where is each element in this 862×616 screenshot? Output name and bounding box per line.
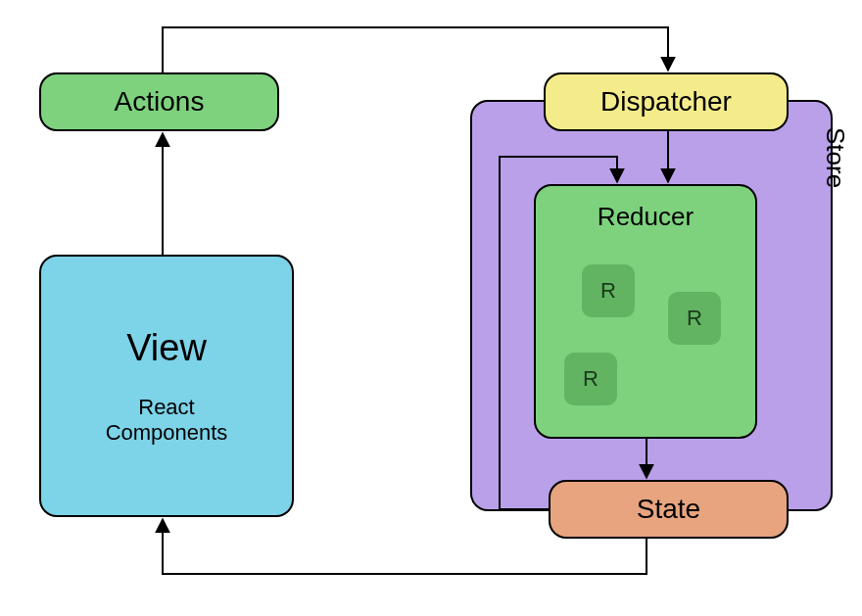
reducer-child-3: R — [564, 353, 617, 405]
view-subtitle: React Components — [106, 395, 228, 446]
reducer-child-2: R — [668, 292, 721, 345]
dispatcher-box: Dispatcher — [544, 72, 789, 131]
state-box: State — [549, 480, 789, 539]
actions-box: Actions — [39, 72, 279, 131]
view-box: View React Components — [39, 255, 294, 517]
actions-label: Actions — [115, 86, 205, 118]
reducer-label: Reducer — [598, 202, 694, 232]
reducer-child-1: R — [582, 264, 635, 317]
arrow-actions-to-dispatcher — [163, 27, 668, 72]
state-label: State — [637, 494, 700, 525]
view-title: View — [126, 327, 207, 369]
dispatcher-label: Dispatcher — [600, 86, 732, 118]
store-label: Store — [820, 127, 850, 188]
